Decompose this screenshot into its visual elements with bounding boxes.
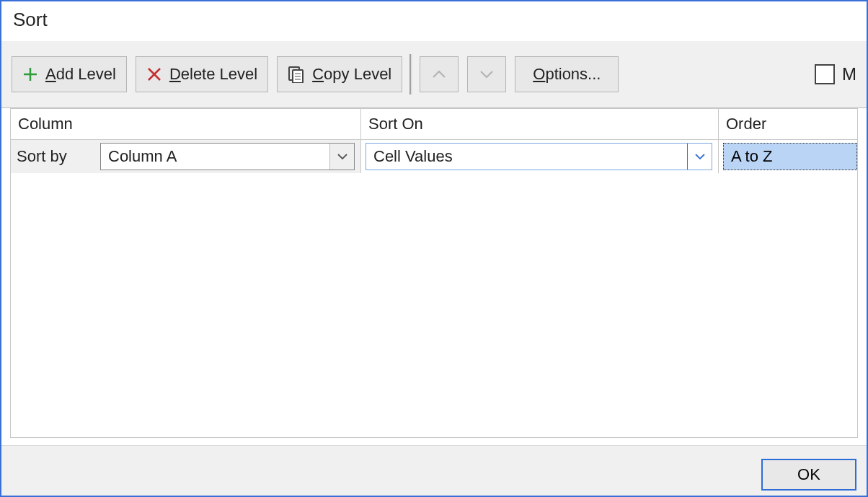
move-up-button[interactable] xyxy=(420,56,459,92)
headers-checkbox[interactable] xyxy=(815,64,835,84)
plus-icon xyxy=(22,66,38,82)
copy-icon xyxy=(288,66,305,83)
copy-level-label: Copy Level xyxy=(312,65,391,84)
add-level-label: Add Level xyxy=(45,65,116,84)
options-button[interactable]: Options... xyxy=(515,56,619,92)
options-label: Options... xyxy=(533,65,601,84)
order-combo[interactable]: A to Z xyxy=(723,143,857,170)
order-combo-value: A to Z xyxy=(724,147,856,166)
cell-sort-on: Cell Values xyxy=(361,140,719,173)
headers-checkbox-label: M xyxy=(842,64,856,84)
chevron-down-icon xyxy=(479,69,494,79)
column-combo[interactable]: Column A xyxy=(100,143,355,170)
sort-grid-wrap: Column Sort On Order Sort by Column A xyxy=(10,108,858,438)
sort-on-combo[interactable]: Cell Values xyxy=(366,143,712,170)
sort-level-row: Sort by Column A Cell Values xyxy=(11,140,857,173)
cell-column: Sort by Column A xyxy=(11,140,361,173)
delete-level-label: Delete Level xyxy=(169,65,257,84)
copy-level-button[interactable]: Copy Level xyxy=(277,56,402,92)
sort-on-combo-value: Cell Values xyxy=(366,147,687,166)
grid-body: Sort by Column A Cell Values xyxy=(11,140,857,437)
column-combo-value: Column A xyxy=(101,147,329,166)
header-column: Column xyxy=(11,109,361,139)
cell-order: A to Z xyxy=(719,140,857,173)
toolbar-separator xyxy=(409,54,412,94)
row-label: Sort by xyxy=(11,140,94,173)
toolbar: Add Level Delete Level Copy Level xyxy=(1,41,867,108)
chevron-down-icon xyxy=(329,144,354,170)
x-icon xyxy=(146,66,162,82)
grid-header-row: Column Sort On Order xyxy=(11,109,857,140)
move-down-button[interactable] xyxy=(467,56,506,92)
dialog-title: Sort xyxy=(1,1,867,41)
chevron-up-icon xyxy=(432,69,446,79)
header-sort-on: Sort On xyxy=(361,109,719,139)
delete-level-button[interactable]: Delete Level xyxy=(136,56,268,92)
sort-grid: Column Sort On Order Sort by Column A xyxy=(10,108,858,438)
header-order: Order xyxy=(719,109,857,139)
add-level-button[interactable]: Add Level xyxy=(12,56,127,92)
chevron-down-icon xyxy=(687,144,712,170)
ok-label: OK xyxy=(797,465,820,484)
headers-checkbox-wrap: M xyxy=(815,64,856,84)
ok-button[interactable]: OK xyxy=(761,459,856,491)
dialog-footer: OK xyxy=(1,445,867,496)
sort-dialog: Sort Add Level Delete Level Copy Level xyxy=(0,0,868,497)
